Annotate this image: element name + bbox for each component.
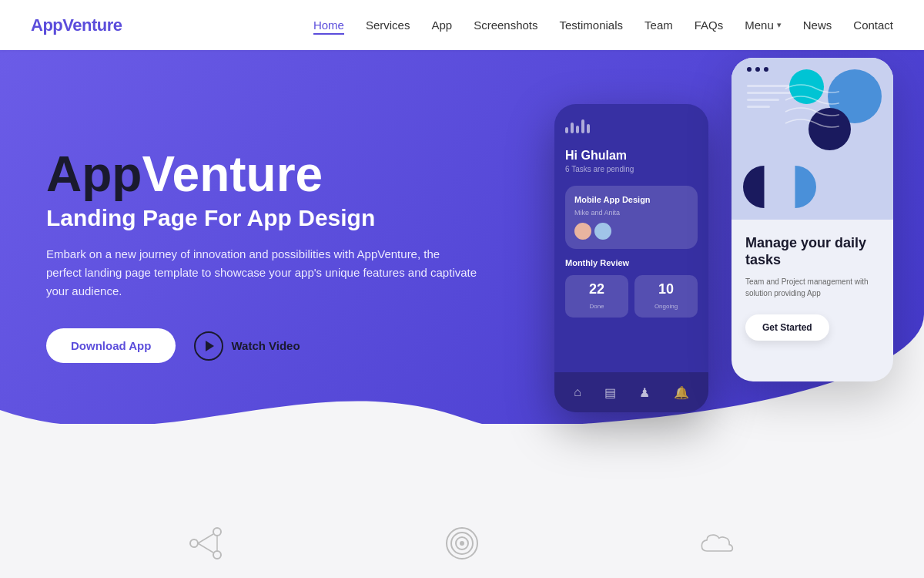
geo-half-dark [743,166,785,208]
svg-point-9 [460,541,464,546]
phone1-greeting: Hi Ghulam [565,149,698,163]
hero-content: AppVenture Landing Page For App Design E… [0,50,524,462]
geo-half-blue [774,166,816,208]
cloud-icon-item [699,524,738,563]
play-circle-icon [194,331,223,361]
home-icon: ⌂ [574,385,581,399]
geo-dot-1 [747,67,752,72]
phone2-desc: Team and Project management with solutio… [745,276,879,299]
logo-part1: App [31,15,62,35]
phone1-stat-done-num: 22 [571,281,622,297]
phone-mockup-2: Manage your daily tasks Team and Project… [732,58,893,381]
svg-line-4 [198,543,213,553]
nav-menu[interactable]: Menu ▾ [745,18,782,32]
phone2-title: Manage your daily tasks [745,235,879,268]
user-icon: ♟ [639,385,650,400]
nav-team[interactable]: Team [644,18,673,32]
nav-home[interactable]: Home [313,18,344,35]
bottom-icons [0,524,924,563]
chevron-down-icon: ▾ [777,20,782,30]
geo-line-3 [747,99,779,101]
nav-testimonials[interactable]: Testimonials [560,18,624,32]
watch-video-label: Watch Video [231,339,300,352]
svg-point-2 [213,551,221,559]
hero-description: Embark on a new journey of innovation an… [46,245,477,301]
geo-line-4 [747,106,770,108]
phone1-card-title: Mobile App Design [574,195,688,204]
geo-dot-row [747,67,768,72]
watch-video-button[interactable]: Watch Video [194,331,300,361]
logo-part2: Venture [62,15,122,35]
phone2-art [732,58,893,220]
phone2-card-content: Manage your daily tasks Team and Project… [732,220,893,356]
phone1-sub: 6 Tasks are pending [565,165,698,173]
download-app-button[interactable]: Download App [46,328,176,363]
svg-line-3 [198,534,213,543]
phone1-avatars [574,223,688,240]
target-icon-item [443,524,481,563]
phone1-stat-ongoing-num: 10 [641,281,691,297]
nav-screenshots[interactable]: Screenshots [474,18,537,32]
bell-icon: 🔔 [674,385,689,400]
nav-app[interactable]: App [431,18,452,32]
phone1-stat-done-label: Done [589,303,604,310]
hero-buttons: Download App Watch Video [46,328,477,363]
phones-container: Hi Ghulam 6 Tasks are pending Mobile App… [554,58,901,466]
geo-dot-3 [764,67,768,72]
phone1-bottombar: ⌂ ▤ ♟ 🔔 [554,372,708,412]
hero-title-part2: Venture [142,146,323,202]
navbar: AppVenture Home Services App Screenshots… [0,0,924,50]
cloud-icon [699,524,738,563]
logo[interactable]: AppVenture [31,15,122,35]
phone-mockup-1: Hi Ghulam 6 Tasks are pending Mobile App… [554,104,708,412]
phone1-stat-ongoing-label: Ongoing [654,303,678,310]
svg-point-0 [190,539,198,547]
target-icon [443,524,481,563]
network-icon [186,524,225,563]
hero-title: AppVenture [46,150,477,199]
doc-icon: ▤ [604,385,616,400]
nav-faqs[interactable]: FAQs [695,18,724,32]
chart-bars [565,119,698,133]
nav-links: Home Services App Screenshots Testimonia… [313,18,893,32]
svg-point-1 [213,528,221,536]
nav-services[interactable]: Services [366,18,410,32]
avatar-2 [594,223,611,240]
phone1-section-title: Monthly Review [565,258,698,267]
phone1-stat-ongoing: 10 Ongoing [634,275,698,318]
hero-title-part1: App [46,146,142,202]
hero-subtitle: Landing Page For App Design [46,205,477,231]
phone1-stat-done: 22 Done [565,275,628,318]
phone1-task-card: Mobile App Design Mike and Anita [565,186,698,249]
avatar-1 [574,223,591,240]
phone1-card-sub: Mike and Anita [574,209,688,217]
nav-contact[interactable]: Contact [853,18,893,32]
phone1-stats: 22 Done 10 Ongoing [565,275,698,318]
network-icon-item [186,524,225,563]
geo-dot-2 [755,67,760,72]
get-started-button[interactable]: Get Started [745,314,829,341]
geo-waves [778,73,839,150]
play-triangle-icon [206,341,214,351]
nav-news[interactable]: News [803,18,832,32]
